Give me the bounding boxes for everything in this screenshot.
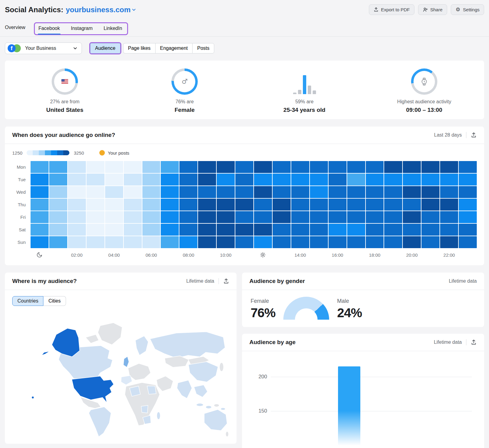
heatmap-cell[interactable] bbox=[273, 199, 291, 211]
heatmap-cell[interactable] bbox=[161, 211, 179, 223]
heatmap-cell[interactable] bbox=[105, 224, 123, 236]
heatmap-cell[interactable] bbox=[179, 161, 197, 173]
heatmap-cell[interactable] bbox=[459, 211, 477, 223]
heatmap-cell[interactable] bbox=[235, 199, 253, 211]
heatmap-cell[interactable] bbox=[198, 224, 216, 236]
heatmap-cell[interactable] bbox=[198, 199, 216, 211]
export-icon[interactable] bbox=[471, 339, 477, 345]
export-pdf-button[interactable]: Export to PDF bbox=[369, 4, 414, 15]
heatmap-cell[interactable] bbox=[329, 211, 347, 223]
heatmap-cell[interactable] bbox=[254, 199, 272, 211]
project-selector[interactable]: yourbusiness.com bbox=[66, 6, 136, 14]
heatmap-cell[interactable] bbox=[179, 224, 197, 236]
settings-button[interactable]: ⚙ Settings bbox=[451, 4, 484, 15]
heatmap-cell[interactable] bbox=[31, 186, 49, 198]
export-icon[interactable] bbox=[223, 278, 229, 284]
heatmap-cell[interactable] bbox=[421, 161, 439, 173]
heatmap-cell[interactable] bbox=[440, 199, 458, 211]
subtab-posts[interactable]: Posts bbox=[192, 43, 214, 53]
heatmap-cell[interactable] bbox=[329, 161, 347, 173]
heatmap-cell[interactable] bbox=[310, 224, 328, 236]
heatmap-cell[interactable] bbox=[179, 236, 197, 248]
heatmap-cell[interactable] bbox=[198, 236, 216, 248]
share-button[interactable]: Share bbox=[418, 4, 447, 15]
heatmap-cell[interactable] bbox=[403, 186, 421, 198]
heatmap-cell[interactable] bbox=[105, 174, 123, 185]
heatmap-cell[interactable] bbox=[329, 224, 347, 236]
heatmap-cell[interactable] bbox=[310, 199, 328, 211]
heatmap-cell[interactable] bbox=[68, 174, 86, 185]
heatmap-cell[interactable] bbox=[31, 236, 49, 248]
heatmap-cell[interactable] bbox=[440, 186, 458, 198]
heatmap-cell[interactable] bbox=[403, 161, 421, 173]
profile-dropdown[interactable]: f Your Business bbox=[5, 42, 82, 54]
heatmap-cell[interactable] bbox=[68, 161, 86, 173]
heatmap-cell[interactable] bbox=[459, 199, 477, 211]
heatmap-cell[interactable] bbox=[291, 199, 309, 211]
heatmap-cell[interactable] bbox=[124, 174, 142, 185]
heatmap-cell[interactable] bbox=[198, 174, 216, 185]
heatmap-cell[interactable] bbox=[142, 186, 160, 198]
heatmap-cell[interactable] bbox=[459, 186, 477, 198]
heatmap-cell[interactable] bbox=[310, 236, 328, 248]
world-map[interactable] bbox=[12, 310, 229, 439]
heatmap-cell[interactable] bbox=[421, 236, 439, 248]
heatmap-cell[interactable] bbox=[347, 199, 365, 211]
subtab-page-likes[interactable]: Page likes bbox=[123, 43, 155, 53]
heatmap-cell[interactable] bbox=[421, 224, 439, 236]
heatmap-cell[interactable] bbox=[254, 224, 272, 236]
heatmap-cell[interactable] bbox=[142, 174, 160, 185]
heatmap-cell[interactable] bbox=[366, 236, 384, 248]
heatmap-cell[interactable] bbox=[291, 174, 309, 185]
heatmap-cell[interactable] bbox=[86, 186, 105, 198]
heatmap-cell[interactable] bbox=[310, 186, 328, 198]
heatmap-cell[interactable] bbox=[459, 236, 477, 248]
heatmap-cell[interactable] bbox=[273, 161, 291, 173]
heatmap-cell[interactable] bbox=[421, 186, 439, 198]
heatmap-cell[interactable] bbox=[217, 186, 235, 198]
heatmap-cell[interactable] bbox=[198, 211, 216, 223]
cities-toggle[interactable]: Cities bbox=[43, 296, 66, 306]
heatmap-cell[interactable] bbox=[440, 161, 458, 173]
heatmap-cell[interactable] bbox=[217, 199, 235, 211]
heatmap-cell[interactable] bbox=[384, 174, 402, 185]
heatmap-cell[interactable] bbox=[254, 211, 272, 223]
heatmap-cell[interactable] bbox=[366, 161, 384, 173]
heatmap-cell[interactable] bbox=[291, 236, 309, 248]
heatmap-cell[interactable] bbox=[49, 211, 67, 223]
heatmap-cell[interactable] bbox=[235, 186, 253, 198]
heatmap-cell[interactable] bbox=[329, 236, 347, 248]
heatmap-cell[interactable] bbox=[31, 211, 49, 223]
heatmap-cell[interactable] bbox=[347, 211, 365, 223]
heatmap-cell[interactable] bbox=[384, 211, 402, 223]
heatmap-cell[interactable] bbox=[31, 224, 49, 236]
heatmap-cell[interactable] bbox=[310, 161, 328, 173]
heatmap-cell[interactable] bbox=[105, 211, 123, 223]
heatmap-cell[interactable] bbox=[179, 211, 197, 223]
heatmap-cell[interactable] bbox=[49, 186, 67, 198]
heatmap-cell[interactable] bbox=[384, 236, 402, 248]
heatmap-cell[interactable] bbox=[235, 161, 253, 173]
heatmap-cell[interactable] bbox=[366, 186, 384, 198]
heatmap-cell[interactable] bbox=[161, 224, 179, 236]
heatmap-cell[interactable] bbox=[68, 186, 86, 198]
heatmap-cell[interactable] bbox=[440, 224, 458, 236]
heatmap-cell[interactable] bbox=[403, 224, 421, 236]
heatmap-cell[interactable] bbox=[329, 199, 347, 211]
heatmap-cell[interactable] bbox=[235, 174, 253, 185]
heatmap-cell[interactable] bbox=[347, 224, 365, 236]
heatmap-cell[interactable] bbox=[421, 174, 439, 185]
heatmap-cell[interactable] bbox=[142, 199, 160, 211]
heatmap-cell[interactable] bbox=[217, 211, 235, 223]
heatmap-cell[interactable] bbox=[105, 161, 123, 173]
tab-linkedin[interactable]: LinkedIn bbox=[104, 26, 122, 31]
heatmap-cell[interactable] bbox=[105, 199, 123, 211]
subtab-engagement[interactable]: Engagement bbox=[155, 43, 193, 53]
heatmap-cell[interactable] bbox=[459, 224, 477, 236]
heatmap-cell[interactable] bbox=[179, 186, 197, 198]
heatmap-cell[interactable] bbox=[254, 186, 272, 198]
heatmap-cell[interactable] bbox=[235, 224, 253, 236]
heatmap-cell[interactable] bbox=[86, 211, 105, 223]
heatmap-cell[interactable] bbox=[142, 236, 160, 248]
heatmap-cell[interactable] bbox=[403, 211, 421, 223]
